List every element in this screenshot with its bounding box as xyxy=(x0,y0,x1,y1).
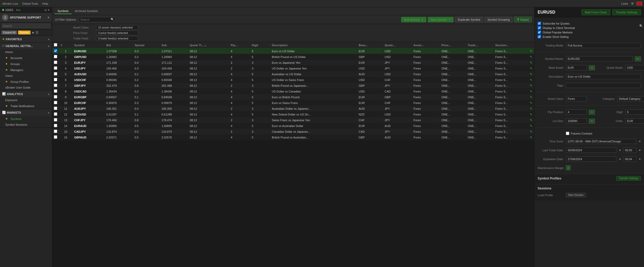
row-edit-icon[interactable]: ✎ xyxy=(530,84,532,88)
asset-class-input[interactable] xyxy=(566,96,587,101)
row-checkbox[interactable] xyxy=(54,130,57,133)
row-edit-icon[interactable]: ✎ xyxy=(530,101,532,105)
grid-icon[interactable]: ⊞ xyxy=(631,2,634,5)
col-digit[interactable]: Digit xyxy=(250,42,270,48)
menu-help[interactable]: Help xyxy=(42,2,48,5)
lot-size-input[interactable] xyxy=(566,118,587,124)
row-edit[interactable]: ✎ xyxy=(528,123,534,129)
row-edit-icon[interactable]: ✎ xyxy=(530,118,532,122)
display-client-checkbox[interactable] xyxy=(538,26,541,30)
row-checkbox[interactable] xyxy=(54,124,57,127)
favorite-toggle[interactable]: ★ xyxy=(32,31,34,34)
row-edit-icon[interactable]: ✎ xyxy=(530,90,532,93)
row-edit[interactable]: ✎ xyxy=(528,54,534,60)
sidebar-item-groups[interactable]: ★ Groups xyxy=(0,61,52,67)
quote-asset-input[interactable] xyxy=(625,65,644,70)
bulk-actions-button[interactable]: Bulk Actions ▼ xyxy=(401,17,426,22)
symbol-grouping-button[interactable]: Symbol Grouping xyxy=(485,17,513,22)
sidebar-item-users[interactable]: Users xyxy=(0,73,52,79)
trade-feed-filter-select[interactable]: 3 trade feed(s) selected xyxy=(96,36,138,41)
asset-class-filter-select[interactable]: 10 asset class(es) selected xyxy=(96,25,138,30)
symbol-search-input[interactable] xyxy=(79,17,115,22)
row-edit[interactable]: ✎ xyxy=(528,48,534,54)
row-symbol[interactable]: CADJPY xyxy=(72,129,105,135)
row-checkbox[interactable] xyxy=(54,84,57,87)
sidebar-item-symbols[interactable]: ★ Symbols xyxy=(0,116,52,122)
symbol-name-input[interactable] xyxy=(566,56,633,61)
row-checkbox-cell[interactable] xyxy=(52,112,59,117)
sidebar-org-account[interactable]: S SPOTWARE SUPPORT ▼ xyxy=(0,13,52,22)
col-checkbox[interactable] xyxy=(52,42,59,48)
table-row[interactable]: 6 USDCHF 0.89346 0.2 0.89348 08:12 4 5 U… xyxy=(52,77,534,83)
row-symbol[interactable]: USDCHF xyxy=(72,77,105,83)
digit-select[interactable]: 5 xyxy=(625,109,644,115)
tags-input[interactable] xyxy=(566,83,641,88)
row-checkbox-cell[interactable] xyxy=(52,100,59,106)
time-zone-select[interactable]: (UTC-06:00 - With DST) America/Chicago xyxy=(566,139,636,144)
row-edit-icon[interactable]: ✎ xyxy=(530,130,532,134)
row-checkbox-cell[interactable] xyxy=(52,106,59,112)
row-edit[interactable]: ✎ xyxy=(528,112,534,117)
row-edit-icon[interactable]: ✎ xyxy=(530,67,532,70)
row-symbol[interactable]: USDJPY xyxy=(72,66,105,71)
sidebar-section-favorites-header[interactable]: ★ FAVORITES ▲ xyxy=(0,36,52,42)
table-row[interactable]: 11 AUDJPY 106.351 0.4 106.355 08:12 2 3 … xyxy=(52,106,534,112)
row-checkbox-cell[interactable] xyxy=(52,83,59,89)
col-num[interactable]: # xyxy=(59,42,73,48)
table-row[interactable]: 10 EURCHF 0.95876 0.3 0.95879 08:12 4 5 … xyxy=(52,100,534,106)
row-symbol[interactable]: EURJPY xyxy=(72,60,105,66)
row-checkbox-cell[interactable] xyxy=(52,71,59,77)
row-edit[interactable]: ✎ xyxy=(528,66,534,71)
col-description[interactable]: Description xyxy=(270,42,357,48)
row-checkbox[interactable] xyxy=(54,72,57,76)
links-button[interactable]: Links xyxy=(621,2,628,5)
row-symbol[interactable]: EURGBP xyxy=(72,94,105,100)
sidebar-search-input[interactable] xyxy=(2,24,50,28)
row-checkbox[interactable] xyxy=(54,135,57,139)
sidebar-item-trade-notifications[interactable]: ★ Trade Notifications xyxy=(0,103,52,109)
row-edit-icon[interactable]: ✎ xyxy=(530,124,532,128)
col-price[interactable]: Price... xyxy=(440,42,466,48)
row-checkbox[interactable] xyxy=(54,107,57,110)
lot-edit-icon[interactable]: ✏ xyxy=(589,119,595,124)
list-view-toggle[interactable]: ☰ xyxy=(36,31,38,34)
sidebar-item-home[interactable]: Home xyxy=(0,49,52,55)
sidebar-section-markets-header[interactable]: 📈 MARKETS ▲ xyxy=(0,109,52,116)
row-edit-icon[interactable]: ✎ xyxy=(530,113,532,116)
row-checkbox-cell[interactable] xyxy=(52,60,59,66)
enable-short-selling-checkbox[interactable] xyxy=(538,35,541,38)
row-edit[interactable]: ✎ xyxy=(528,60,534,66)
col-base[interactable]: Base... xyxy=(357,42,383,48)
select-all-checkbox[interactable] xyxy=(54,43,57,47)
row-symbol[interactable]: EURUSD xyxy=(72,48,105,54)
row-edit-icon[interactable]: ✎ xyxy=(530,78,532,82)
table-row[interactable]: 8 USDCAD 1.36434 0.2 1.36436 08:12 4 5 U… xyxy=(52,89,534,94)
table-row[interactable]: 13 CHFJPY 178.466 0.8 178.474 08:12 2 3 … xyxy=(52,117,534,123)
row-edit[interactable]: ✎ xyxy=(528,135,534,140)
sidebar-item-accounts[interactable]: ★ Accounts xyxy=(0,55,52,61)
row-edit[interactable]: ✎ xyxy=(528,94,534,100)
expiration-time-input[interactable] xyxy=(623,156,636,162)
row-edit[interactable]: ✎ xyxy=(528,100,534,106)
table-row[interactable]: 16 GBPAUD 2.02571 0.5 2.02576 08:12 4 5 … xyxy=(52,135,534,140)
row-checkbox[interactable] xyxy=(54,61,57,64)
col-pip[interactable]: Pip... xyxy=(229,42,250,48)
row-edit[interactable]: ✎ xyxy=(528,71,534,77)
row-edit[interactable]: ✎ xyxy=(528,117,534,123)
row-checkbox-cell[interactable] xyxy=(52,94,59,100)
menu-cbroker-live[interactable]: cBroker Live xyxy=(2,2,18,5)
row-edit-icon[interactable]: ✎ xyxy=(530,136,532,139)
row-checkbox[interactable] xyxy=(54,112,57,116)
row-checkbox-cell[interactable] xyxy=(52,135,59,140)
table-row[interactable]: 14 EURAUD 1.60890 0.5 1.60895 08:12 4 5 … xyxy=(52,123,534,129)
new-symbol-button[interactable]: New Symbol ▼ xyxy=(428,17,453,22)
table-row[interactable]: 4 USDJPY 159.456 0.3 159.459 08:12 2 3 U… xyxy=(52,66,534,71)
table-row[interactable]: 3 EURJPY 171.108 0.4 171.112 08:12 2 3 E… xyxy=(52,60,534,66)
global-popular-checkbox[interactable] xyxy=(538,31,541,34)
pip-position-select[interactable]: 4 xyxy=(566,109,587,115)
col-ask[interactable]: Ask xyxy=(160,42,188,48)
tab-archived-symbols[interactable]: Archived Symbols xyxy=(72,8,101,14)
row-edit[interactable]: ✎ xyxy=(528,89,534,94)
col-quote-time[interactable]: Quote Ti...▲ xyxy=(188,42,229,48)
row-symbol[interactable]: CHFJPY xyxy=(72,117,105,123)
